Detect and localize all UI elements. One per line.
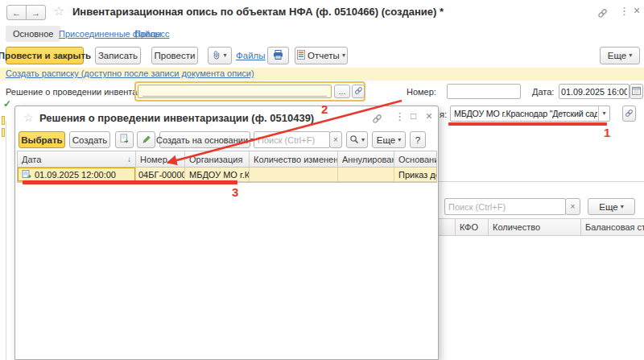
dialog-search-input[interactable] <box>254 131 330 148</box>
organization-combobox[interactable]: МБДОУ МО г.Краснодар "Детский сад № 314"… <box>450 106 610 122</box>
decision-list: Дата ↓ Номер Организация Количество изме… <box>17 151 437 183</box>
create-receipt-link[interactable]: Создать расписку (доступно после записи … <box>6 68 254 78</box>
report-icon <box>297 50 305 61</box>
cell-organization[interactable]: МБДОУ МО г.К... <box>185 168 250 181</box>
post-and-close-button[interactable]: Провести и закрыть <box>6 47 84 64</box>
items-col-icon <box>439 219 456 235</box>
organization-value: МБДОУ МО г.Краснодар "Детский сад № 314" <box>454 109 597 118</box>
save-button[interactable]: Записать <box>95 47 141 64</box>
tab-process[interactable]: Процесс <box>134 29 169 39</box>
clear-icon: × <box>571 202 576 211</box>
ellipsis-icon: ... <box>339 87 345 96</box>
cell-number[interactable]: 04БГ-000002 <box>136 168 185 181</box>
number-input[interactable] <box>447 84 521 99</box>
dialog-favorite-star-icon[interactable]: ☆ <box>23 111 34 124</box>
reports-label: Отчеты <box>308 51 340 60</box>
organization-open-link-button[interactable] <box>622 106 636 122</box>
organization-dropdown-button[interactable]: ▾ <box>598 106 609 121</box>
items-col-kfo[interactable]: КФО <box>456 219 489 235</box>
magnifier-icon <box>349 134 359 146</box>
items-panel-top-border <box>439 181 644 182</box>
col-annulled[interactable]: Аннулировано <box>338 151 394 167</box>
dialog-link-icon[interactable] <box>372 113 382 127</box>
decision-open-link-button[interactable] <box>352 85 365 98</box>
chevron-down-icon: ▾ <box>223 52 226 59</box>
items-col-quantity[interactable]: Количество <box>489 219 581 235</box>
copy-document-icon <box>120 134 130 146</box>
screen: ← → ☆ Инвентаризационная опись по объект… <box>0 0 644 360</box>
forward-icon: → <box>31 8 41 18</box>
dialog-select-button[interactable]: Выбрать <box>19 131 65 148</box>
back-icon: ← <box>12 8 22 18</box>
clear-icon: × <box>333 135 338 144</box>
tab-main[interactable]: Основное <box>6 26 60 42</box>
items-more-button[interactable]: Еще ▾ <box>588 198 635 215</box>
window-close-icon[interactable]: × <box>634 5 640 16</box>
col-changes[interactable]: Количество изменений <box>250 151 338 167</box>
cell-basis[interactable]: Приказ де <box>394 168 437 181</box>
decision-required-underline <box>142 96 327 97</box>
organization-label-tail: я: <box>440 110 447 119</box>
group-border-line <box>6 121 6 360</box>
cell-date[interactable]: 01.09.2025 12:00:00 <box>18 168 136 181</box>
dialog-search-clear-button[interactable]: × <box>329 131 342 148</box>
dialog-search-settings-button[interactable]: ▾ <box>346 131 368 148</box>
items-more-label: Еще <box>599 202 617 212</box>
chevron-down-icon: ▾ <box>361 137 365 143</box>
col-basis[interactable]: Основание <box>394 151 437 167</box>
annotation-number-3: 3 <box>232 185 238 199</box>
posted-check-icon: ✓ <box>3 98 11 110</box>
link-icon[interactable] <box>597 7 608 22</box>
files-link[interactable]: Файлы <box>236 51 266 60</box>
number-field-label: Номер: <box>407 87 436 97</box>
decision-choose-button[interactable]: ... <box>334 85 350 98</box>
more-button[interactable]: Еще ▾ <box>600 47 640 64</box>
col-date-label: Дата <box>22 155 41 164</box>
post-button[interactable]: Провести <box>151 47 198 64</box>
annotation-underline-3 <box>23 180 237 184</box>
sort-desc-icon: ↓ <box>127 155 131 163</box>
annotation-number-2: 2 <box>321 102 328 116</box>
dialog-close-icon[interactable]: × <box>426 110 432 122</box>
decision-field-group: ... <box>134 81 365 101</box>
dialog-create-button[interactable]: Создать <box>69 131 110 148</box>
pencil-icon <box>142 134 151 146</box>
col-number[interactable]: Номер <box>136 151 185 167</box>
cell-changes[interactable] <box>250 168 338 181</box>
items-col-balance[interactable]: Балансовая ст <box>581 219 644 235</box>
favorite-star-icon[interactable]: ☆ <box>53 5 64 18</box>
date-calendar-button[interactable] <box>630 84 643 99</box>
help-icon: ? <box>415 135 420 145</box>
page-title: Инвентаризационная опись по объектам НФА… <box>72 6 444 18</box>
hidden-field-sliver <box>2 116 5 125</box>
dialog-help-button[interactable]: ? <box>410 131 426 148</box>
link-icon <box>625 109 634 119</box>
chevron-down-icon: ▾ <box>629 52 632 59</box>
decision-list-header: Дата ↓ Номер Организация Количество изме… <box>18 151 436 168</box>
items-search-clear-button[interactable]: × <box>565 198 580 215</box>
col-organization[interactable]: Организация <box>185 151 250 167</box>
nav-forward-button[interactable]: → <box>26 5 46 20</box>
date-input[interactable] <box>559 84 630 99</box>
dialog-edit-button[interactable] <box>137 131 155 148</box>
print-button[interactable] <box>267 47 289 64</box>
chevron-down-icon: ▾ <box>398 137 401 143</box>
link-icon <box>354 86 363 97</box>
col-date[interactable]: Дата ↓ <box>18 151 136 167</box>
dialog-more-button[interactable]: Еще ▾ <box>372 131 406 148</box>
dialog-copy-button[interactable] <box>115 131 134 148</box>
window-menu-icon[interactable]: ⋮ <box>619 6 630 16</box>
date-field-label: Дата: <box>532 87 554 97</box>
posted-document-icon <box>22 170 32 179</box>
dialog-maximize-icon[interactable]: □ <box>411 111 416 121</box>
dialog-menu-icon[interactable]: ⋮ <box>394 111 405 122</box>
nav-back-button[interactable]: ← <box>6 5 27 20</box>
dialog-title: Решения о проведении инвентаризации (ф. … <box>39 112 314 124</box>
cell-annulled[interactable] <box>338 168 394 181</box>
attachments-button[interactable]: ▾ <box>208 47 232 64</box>
reports-button[interactable]: Отчеты ▾ <box>295 47 348 64</box>
items-search-input[interactable] <box>444 198 566 215</box>
dialog-create-based-button[interactable]: Создать на основании ▾ <box>159 131 250 148</box>
hidden-field-sliver <box>2 128 5 137</box>
items-table-header: КФО Количество Балансовая ст <box>439 218 644 236</box>
